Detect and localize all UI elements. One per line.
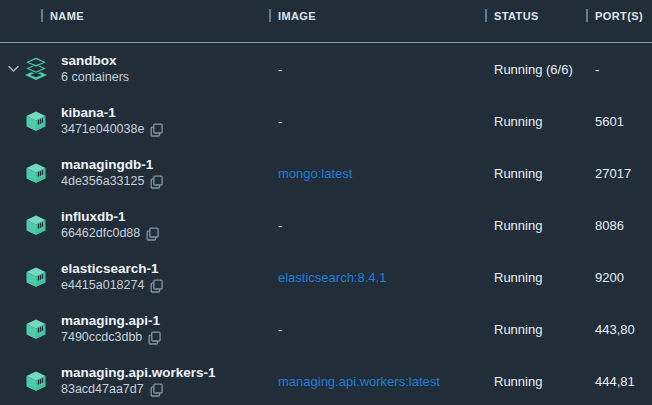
image-link[interactable]: managing.api.workers:latest bbox=[269, 374, 485, 389]
column-divider bbox=[41, 9, 43, 22]
image-link[interactable]: mongo:latest bbox=[269, 166, 485, 181]
container-icon bbox=[25, 108, 47, 134]
column-header-status[interactable]: STATUS bbox=[485, 9, 586, 22]
column-header-image[interactable]: IMAGE bbox=[269, 9, 485, 22]
copy-icon[interactable] bbox=[148, 331, 161, 345]
status-text: Running bbox=[485, 374, 586, 389]
image-link: - bbox=[269, 114, 485, 129]
column-header-name[interactable]: NAME bbox=[0, 9, 269, 22]
table-row[interactable]: elasticsearch-1 e4415a018274 elasticsear… bbox=[0, 251, 652, 303]
copy-icon[interactable] bbox=[150, 279, 163, 293]
status-text: Running bbox=[485, 218, 586, 233]
table-row[interactable]: managing.api.workers-1 83acd47aa7d7 mana… bbox=[0, 355, 652, 405]
container-name: managing.api-1 bbox=[61, 312, 269, 329]
copy-icon[interactable] bbox=[150, 175, 163, 189]
status-text: Running bbox=[485, 270, 586, 285]
table-row[interactable]: kibana-1 3471e040038e - Running 5601 bbox=[0, 95, 652, 147]
chevron-down-icon[interactable] bbox=[8, 66, 19, 73]
image-link[interactable]: elasticsearch:8.4.1 bbox=[269, 270, 485, 285]
ports-text: 27017 bbox=[586, 166, 652, 181]
container-icon bbox=[25, 316, 47, 342]
ports-text: 9200 bbox=[586, 270, 652, 285]
name-cell: managingdb-1 4de356a33125 bbox=[0, 147, 269, 199]
ports-text: 443,80 bbox=[586, 322, 652, 337]
status-text: Running bbox=[485, 114, 586, 129]
name-cell: sandbox 6 containers bbox=[0, 43, 269, 95]
ports-text: 5601 bbox=[586, 114, 652, 129]
container-icon bbox=[25, 212, 47, 238]
container-icon bbox=[25, 264, 47, 290]
name-cell: elasticsearch-1 e4415a018274 bbox=[0, 251, 269, 303]
image-link: - bbox=[269, 62, 485, 77]
image-link: - bbox=[269, 218, 485, 233]
table-row[interactable]: sandbox 6 containers - Running (6/6) - bbox=[0, 43, 652, 95]
container-name: kibana-1 bbox=[61, 104, 269, 121]
status-text: Running bbox=[485, 166, 586, 181]
column-header-status-label: STATUS bbox=[494, 10, 539, 22]
container-id: 66462dfc0d88 bbox=[61, 225, 140, 242]
name-wrap: managingdb-1 4de356a33125 bbox=[61, 147, 269, 190]
name-cell: managing.api.workers-1 83acd47aa7d7 bbox=[0, 355, 269, 405]
container-icon bbox=[25, 368, 47, 394]
table-header: NAME IMAGE STATUS PORT(S) bbox=[0, 0, 652, 43]
column-header-ports[interactable]: PORT(S) bbox=[586, 9, 652, 22]
name-wrap: influxdb-1 66462dfc0d88 bbox=[61, 199, 269, 242]
copy-icon[interactable] bbox=[150, 383, 163, 397]
copy-icon[interactable] bbox=[146, 227, 159, 241]
container-icon bbox=[25, 160, 47, 186]
container-id: 7490ccdc3dbb bbox=[61, 329, 142, 346]
container-name: elasticsearch-1 bbox=[61, 260, 269, 277]
container-name: managing.api.workers-1 bbox=[61, 364, 269, 381]
table-row[interactable]: influxdb-1 66462dfc0d88 - Running 8086 bbox=[0, 199, 652, 251]
column-divider bbox=[269, 9, 271, 22]
image-link: - bbox=[269, 322, 485, 337]
containers-table: NAME IMAGE STATUS PORT(S) bbox=[0, 0, 652, 405]
container-id: 83acd47aa7d7 bbox=[61, 381, 144, 398]
name-wrap: managing.api-1 7490ccdc3dbb bbox=[61, 303, 269, 346]
ports-text: 444,81 bbox=[586, 374, 652, 389]
name-cell: kibana-1 3471e040038e bbox=[0, 95, 269, 147]
table-row[interactable]: managingdb-1 4de356a33125 mongo:latest R… bbox=[0, 147, 652, 199]
ports-text: - bbox=[586, 62, 652, 77]
column-divider bbox=[485, 9, 487, 22]
copy-icon[interactable] bbox=[150, 123, 163, 137]
table-body: sandbox 6 containers - Running (6/6) - bbox=[0, 43, 652, 405]
column-header-ports-label: PORT(S) bbox=[595, 10, 643, 22]
name-wrap: managing.api.workers-1 83acd47aa7d7 bbox=[61, 355, 269, 398]
container-name: influxdb-1 bbox=[61, 208, 269, 225]
stack-icon bbox=[25, 56, 47, 82]
name-wrap: elasticsearch-1 e4415a018274 bbox=[61, 251, 269, 294]
name-wrap: sandbox 6 containers bbox=[61, 43, 269, 86]
status-text: Running (6/6) bbox=[485, 62, 586, 77]
column-divider bbox=[586, 9, 588, 22]
container-name: managingdb-1 bbox=[61, 156, 269, 173]
ports-text: 8086 bbox=[586, 218, 652, 233]
container-id: e4415a018274 bbox=[61, 277, 144, 294]
container-name: sandbox bbox=[61, 52, 269, 69]
column-header-name-label: NAME bbox=[50, 10, 84, 22]
name-wrap: kibana-1 3471e040038e bbox=[61, 95, 269, 138]
status-text: Running bbox=[485, 322, 586, 337]
container-id: 3471e040038e bbox=[61, 121, 144, 138]
column-header-image-label: IMAGE bbox=[278, 10, 316, 22]
table-row[interactable]: managing.api-1 7490ccdc3dbb - Running 44… bbox=[0, 303, 652, 355]
container-id: 6 containers bbox=[61, 69, 129, 86]
name-cell: managing.api-1 7490ccdc3dbb bbox=[0, 303, 269, 355]
container-id: 4de356a33125 bbox=[61, 173, 144, 190]
name-cell: influxdb-1 66462dfc0d88 bbox=[0, 199, 269, 251]
